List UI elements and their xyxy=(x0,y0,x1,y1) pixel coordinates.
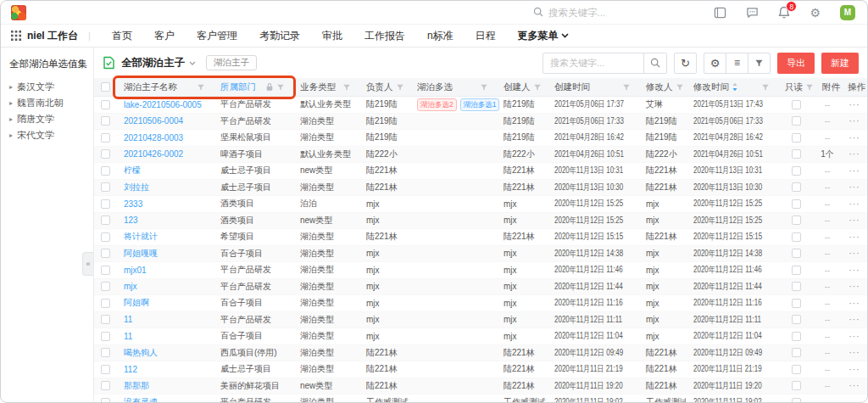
refresh-button[interactable]: ↻ xyxy=(674,53,697,74)
row-more-actions-button[interactable]: ··· xyxy=(849,398,860,403)
nav-more-menu[interactable]: 更多菜单 xyxy=(507,29,574,43)
readonly-checkbox[interactable] xyxy=(792,398,801,403)
apps-grid-icon[interactable] xyxy=(11,31,21,41)
row-more-actions-button[interactable]: ··· xyxy=(849,315,860,324)
row-name-link[interactable]: 那那那 xyxy=(124,381,149,390)
readonly-checkbox[interactable] xyxy=(792,232,801,242)
filter-button[interactable] xyxy=(748,53,771,74)
nav-item-7[interactable]: 日程 xyxy=(465,29,507,43)
export-button[interactable]: 导出 xyxy=(777,53,815,74)
col-header-attachment[interactable]: 附件 xyxy=(815,78,840,96)
readonly-checkbox[interactable] xyxy=(792,315,801,324)
workspace-title[interactable]: niel 工作台 xyxy=(27,29,78,43)
row-checkbox[interactable] xyxy=(101,116,110,126)
row-more-actions-button[interactable]: ··· xyxy=(849,266,860,275)
column-settings-button[interactable]: ⚙ xyxy=(704,53,726,74)
readonly-checkbox[interactable] xyxy=(792,299,801,308)
row-name-link[interactable]: 阿姐嘎嘎 xyxy=(124,249,158,258)
row-name-link[interactable]: 喝热狗人 xyxy=(124,348,158,357)
nav-item-3[interactable]: 考勤记录 xyxy=(248,29,311,43)
row-name-link[interactable]: 112 xyxy=(124,365,137,374)
row-name-link[interactable]: 2333 xyxy=(124,199,142,209)
row-checkbox[interactable] xyxy=(101,365,110,374)
readonly-checkbox[interactable] xyxy=(792,116,801,126)
row-name-link[interactable]: 11 xyxy=(124,315,132,324)
readonly-checkbox[interactable] xyxy=(792,381,801,390)
sidebar-collapse-handle[interactable]: « xyxy=(82,252,93,276)
settings-gear-icon[interactable]: ⚙ xyxy=(810,6,821,20)
user-avatar[interactable]: M xyxy=(840,5,855,20)
filter-funnel-icon[interactable] xyxy=(805,83,814,92)
readonly-checkbox[interactable] xyxy=(792,100,801,109)
row-checkbox[interactable] xyxy=(101,133,110,143)
row-more-actions-button[interactable]: ··· xyxy=(849,182,860,192)
col-header-type[interactable]: 业务类型 xyxy=(292,78,359,96)
row-more-actions-button[interactable]: ··· xyxy=(849,166,860,176)
row-name-link[interactable]: mjx01 xyxy=(124,266,147,275)
filter-funnel-icon[interactable] xyxy=(533,83,542,92)
readonly-checkbox[interactable] xyxy=(792,215,801,225)
nav-item-1[interactable]: 客户 xyxy=(143,29,186,43)
sidebar-item-3[interactable]: ▸宋代文学 xyxy=(9,127,85,143)
table-search-button[interactable] xyxy=(643,53,666,73)
notification-bell-icon[interactable]: 8 xyxy=(778,6,790,19)
row-name-link[interactable]: 20210506-0004 xyxy=(124,116,183,126)
row-more-actions-button[interactable]: ··· xyxy=(849,133,860,143)
row-checkbox[interactable] xyxy=(101,182,110,192)
nav-item-2[interactable]: 客户管理 xyxy=(186,29,248,43)
expand-arrow-icon[interactable]: ▸ xyxy=(9,132,13,139)
row-name-link[interactable]: 将计就计 xyxy=(124,232,158,241)
filter-funnel-icon[interactable] xyxy=(622,83,631,92)
row-more-actions-button[interactable]: ··· xyxy=(849,232,860,242)
row-name-link[interactable]: mjx xyxy=(124,282,137,291)
readonly-checkbox[interactable] xyxy=(792,166,801,176)
row-checkbox[interactable] xyxy=(101,266,110,275)
row-more-actions-button[interactable]: ··· xyxy=(849,199,860,209)
row-name-link[interactable]: 刘拉拉 xyxy=(124,182,149,192)
readonly-checkbox[interactable] xyxy=(792,249,801,258)
col-header-readonly[interactable]: 只读 xyxy=(777,78,815,96)
readonly-checkbox[interactable] xyxy=(792,133,801,143)
filter-funnel-icon[interactable] xyxy=(197,83,205,92)
sort-icon[interactable] xyxy=(732,82,738,92)
readonly-checkbox[interactable] xyxy=(792,149,801,159)
col-header-dept[interactable]: 所属部门 xyxy=(213,78,292,96)
readonly-checkbox[interactable] xyxy=(792,182,801,192)
row-checkbox[interactable] xyxy=(101,348,110,357)
readonly-checkbox[interactable] xyxy=(792,282,801,291)
readonly-checkbox[interactable] xyxy=(792,199,801,209)
readonly-checkbox[interactable] xyxy=(792,332,801,341)
row-name-link[interactable]: 没有灵魂 xyxy=(124,397,158,403)
col-header-creator[interactable]: 创建人 xyxy=(496,78,547,96)
table-search-input[interactable] xyxy=(543,58,643,68)
view-title-dropdown[interactable]: 全部湖泊主子 xyxy=(121,56,196,70)
row-more-actions-button[interactable]: ··· xyxy=(849,381,860,390)
row-more-actions-button[interactable]: ··· xyxy=(849,348,860,357)
col-header-select[interactable] xyxy=(94,78,116,96)
row-more-actions-button[interactable]: ··· xyxy=(849,332,860,341)
row-more-actions-button[interactable]: ··· xyxy=(849,249,860,258)
row-checkbox[interactable] xyxy=(101,381,110,390)
sidebar-item-2[interactable]: ▸隋唐文学 xyxy=(9,111,85,127)
col-header-name[interactable]: 湖泊主子名称 xyxy=(116,78,213,96)
row-more-actions-button[interactable]: ··· xyxy=(849,149,860,159)
app-logo[interactable] xyxy=(11,5,26,20)
filter-funnel-icon[interactable] xyxy=(396,83,404,92)
row-checkbox[interactable] xyxy=(101,149,110,159)
global-search[interactable] xyxy=(533,1,659,24)
col-header-created[interactable]: 创建时间 xyxy=(547,78,638,96)
row-checkbox[interactable] xyxy=(101,199,110,209)
chat-icon[interactable] xyxy=(746,7,759,19)
row-density-button[interactable]: ≡ xyxy=(726,53,748,74)
sidebar-item-0[interactable]: ▸秦汉文学 xyxy=(9,79,85,95)
row-name-link[interactable]: 123 xyxy=(124,215,138,225)
row-checkbox[interactable] xyxy=(101,232,110,242)
row-checkbox[interactable] xyxy=(101,282,110,291)
col-header-multi[interactable]: 湖泊多选 xyxy=(409,78,496,96)
create-button[interactable]: 新建 xyxy=(821,53,859,74)
filter-funnel-icon[interactable] xyxy=(276,83,285,92)
global-search-input[interactable] xyxy=(548,8,659,18)
journal-icon[interactable] xyxy=(714,7,726,19)
filter-funnel-icon[interactable] xyxy=(761,83,770,92)
col-header-actions[interactable]: 操作 xyxy=(840,78,868,96)
